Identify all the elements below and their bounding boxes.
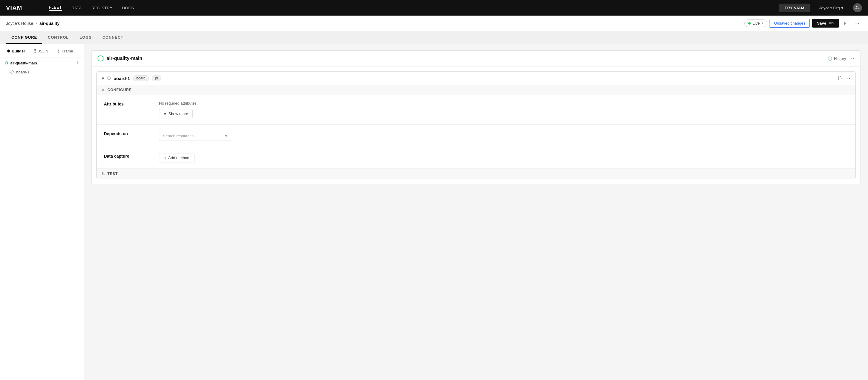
search-resources-dropdown[interactable]: Search resources ▾ bbox=[159, 131, 231, 141]
component-card-header: ∨ board-1 board pi {} ⋯ bbox=[97, 72, 856, 85]
search-resources-placeholder: Search resources bbox=[163, 134, 194, 138]
attributes-field-row: Attributes No required attributes. ∨ Sho… bbox=[97, 95, 856, 125]
sidebar-item-board-1[interactable]: board-1 bbox=[0, 68, 84, 76]
add-method-plus-icon: + bbox=[164, 156, 166, 160]
sidebar-item-air-quality-main[interactable]: air-quality-main + bbox=[0, 58, 84, 68]
attributes-content: No required attributes. ∨ Show more bbox=[159, 101, 848, 118]
diamond-icon bbox=[10, 70, 14, 74]
card-more-button[interactable]: ⋯ bbox=[849, 56, 855, 61]
tab-logs[interactable]: LOGS bbox=[74, 31, 97, 44]
main-card-header: air-quality-main 🕐 History ⋯ bbox=[92, 50, 861, 67]
component-more-button[interactable]: ⋯ bbox=[845, 75, 850, 81]
org-chevron-icon: ▾ bbox=[841, 6, 843, 10]
collapse-button[interactable]: ∨ bbox=[101, 76, 104, 81]
component-diamond-icon bbox=[107, 76, 111, 80]
tag-pi: pi bbox=[152, 75, 161, 81]
sidebar-tab-frame-label: Frame bbox=[62, 49, 73, 53]
attributes-hint: No required attributes. bbox=[159, 101, 848, 105]
save-label: Save bbox=[817, 21, 826, 26]
breadcrumb-bar: Joyce's House › air-quality Live ▾ Unsav… bbox=[0, 15, 868, 31]
sidebar-tab-builder[interactable]: ⊕ Builder bbox=[5, 47, 27, 55]
sidebar-tab-builder-label: Builder bbox=[12, 49, 25, 53]
add-component-button[interactable]: + bbox=[75, 60, 79, 66]
add-method-label: Add method bbox=[168, 156, 189, 160]
nav-data[interactable]: DATA bbox=[71, 6, 82, 10]
save-button[interactable]: Save ⌘S bbox=[812, 19, 839, 28]
depends-on-content: Search resources ▾ bbox=[159, 131, 848, 141]
breadcrumb-parent[interactable]: Joyce's House bbox=[6, 21, 33, 26]
show-more-button[interactable]: ∨ Show more bbox=[159, 109, 193, 118]
attributes-label: Attributes bbox=[104, 101, 152, 106]
data-capture-content: + Add method bbox=[159, 153, 848, 163]
org-selector[interactable]: Joyce's Org ▾ bbox=[819, 6, 843, 10]
sidebar-tab-json[interactable]: {} JSON bbox=[32, 47, 50, 55]
content-area: air-quality-main 🕐 History ⋯ ∨ board-1 b… bbox=[84, 44, 868, 380]
main-item-icon bbox=[5, 62, 8, 64]
nav-docs[interactable]: DOCS bbox=[122, 6, 134, 10]
org-name: Joyce's Org bbox=[819, 6, 840, 10]
sub-tabs: CONFIGURE CONTROL LOGS CONNECT bbox=[0, 31, 868, 44]
nav-registry[interactable]: REGISTRY bbox=[92, 6, 113, 10]
sidebar-view-tabs: ⊕ Builder {} JSON ⊹ Frame bbox=[0, 44, 84, 58]
search-resources-chevron-icon: ▾ bbox=[225, 133, 227, 138]
builder-icon: ⊕ bbox=[7, 48, 10, 53]
main-card: air-quality-main 🕐 History ⋯ ∨ board-1 b… bbox=[91, 50, 861, 184]
fields-area: Attributes No required attributes. ∨ Sho… bbox=[97, 95, 856, 169]
live-status-badge[interactable]: Live ▾ bbox=[744, 20, 767, 27]
sidebar-tab-frame[interactable]: ⊹ Frame bbox=[55, 47, 75, 55]
avatar: JL bbox=[853, 3, 862, 12]
nav-divider bbox=[38, 4, 38, 12]
component-card-board-1: ∨ board-1 board pi {} ⋯ ✕ CONFIGURE bbox=[96, 71, 856, 179]
copy-icon-button[interactable]: ⎘ bbox=[841, 19, 849, 28]
tab-configure[interactable]: CONFIGURE bbox=[6, 31, 42, 44]
main-layout: ⊕ Builder {} JSON ⊹ Frame air-quality-ma… bbox=[0, 44, 868, 380]
tab-control[interactable]: CONTROL bbox=[42, 31, 74, 44]
frame-icon: ⊹ bbox=[57, 48, 60, 53]
component-json-button[interactable]: {} bbox=[837, 76, 842, 81]
show-more-chevron-icon: ∨ bbox=[163, 111, 166, 116]
history-clock-icon: 🕐 bbox=[828, 56, 832, 61]
show-more-label: Show more bbox=[168, 111, 188, 116]
configure-label: CONFIGURE bbox=[107, 88, 132, 92]
more-options-button[interactable]: ⋯ bbox=[852, 19, 862, 28]
history-button[interactable]: 🕐 History bbox=[828, 56, 846, 61]
test-toggle-button[interactable]: ⇅ bbox=[101, 171, 105, 176]
configure-toggle-button[interactable]: ✕ bbox=[101, 88, 105, 92]
test-label: TEST bbox=[107, 172, 118, 176]
depends-on-field-row: Depends on Search resources ▾ bbox=[97, 125, 856, 147]
depends-on-label: Depends on bbox=[104, 131, 152, 136]
live-dot-icon bbox=[748, 22, 751, 25]
card-title-icon bbox=[97, 56, 103, 62]
card-title: air-quality-main bbox=[106, 56, 825, 61]
logo: VIAM bbox=[6, 4, 22, 11]
breadcrumb-current: air-quality bbox=[39, 21, 59, 26]
top-nav: VIAM FLEET DATA REGISTRY DOCS TRY VIAM J… bbox=[0, 0, 868, 15]
tag-board: board bbox=[133, 75, 149, 81]
json-icon: {} bbox=[34, 48, 36, 53]
tab-connect[interactable]: CONNECT bbox=[97, 31, 129, 44]
test-section: ⇅ TEST bbox=[97, 169, 856, 179]
component-name: board-1 bbox=[114, 76, 130, 81]
history-label: History bbox=[834, 56, 846, 61]
data-capture-field-row: Data capture + Add method bbox=[97, 147, 856, 169]
sidebar-sub-label-board-1: board-1 bbox=[16, 70, 30, 74]
save-shortcut: ⌘S bbox=[829, 21, 834, 25]
sidebar: ⊕ Builder {} JSON ⊹ Frame air-quality-ma… bbox=[0, 44, 84, 380]
breadcrumb-separator: › bbox=[36, 21, 37, 26]
try-viam-button[interactable]: TRY VIAM bbox=[779, 4, 809, 12]
live-label: Live bbox=[752, 21, 760, 26]
sidebar-tab-json-label: JSON bbox=[38, 49, 48, 53]
add-method-button[interactable]: + Add method bbox=[159, 153, 194, 163]
live-chevron-icon: ▾ bbox=[762, 21, 763, 25]
unsaved-changes-button[interactable]: Unsaved changes bbox=[770, 19, 810, 28]
configure-section: ✕ CONFIGURE bbox=[97, 85, 856, 95]
nav-fleet[interactable]: FLEET bbox=[49, 5, 62, 11]
data-capture-label: Data capture bbox=[104, 153, 152, 159]
sidebar-main-label: air-quality-main bbox=[10, 61, 37, 65]
